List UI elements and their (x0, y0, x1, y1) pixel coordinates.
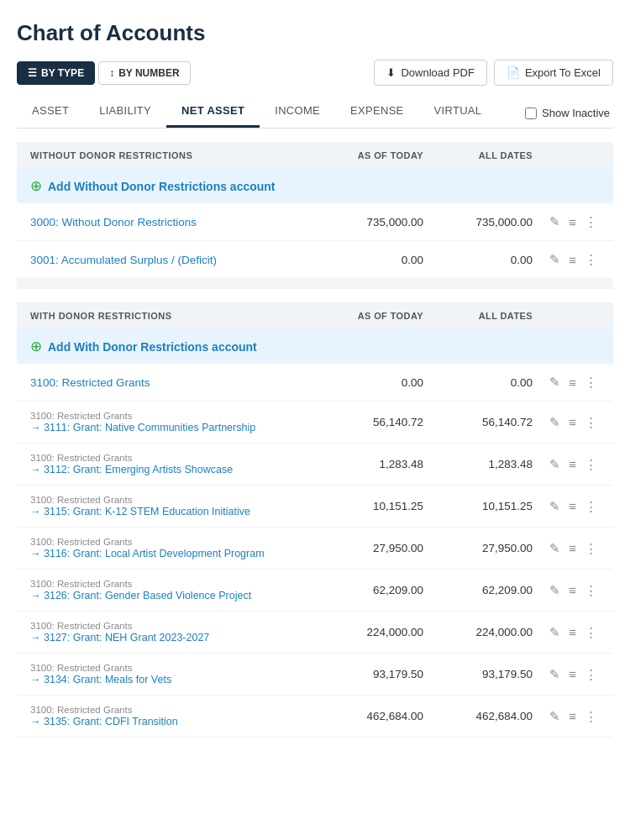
toolbar: ☰ BY TYPE ↕ BY NUMBER ⬇ Download PDF 📄 E… (17, 60, 613, 86)
add-with-donor-account-row[interactable]: ⊕ Add With Donor Restrictions account (17, 329, 613, 364)
sort-by-number-button[interactable]: ↕ BY NUMBER (98, 61, 190, 85)
account-3112-all-dates: 1,283.48 (423, 458, 533, 470)
account-name-3000[interactable]: 3000: Without Donor Restrictions (30, 216, 314, 228)
download-pdf-button[interactable]: ⬇ Download PDF (374, 60, 486, 86)
account-3116-edit-button[interactable]: ✎ (547, 539, 563, 558)
account-3127-list-button[interactable]: ≡ (566, 623, 579, 641)
account-name-3100[interactable]: 3100: Restricted Grants (30, 376, 314, 389)
account-name-3115[interactable]: 3100: Restricted Grants → 3115: Grant: K… (30, 495, 314, 517)
account-name-3126[interactable]: 3100: Restricted Grants → 3126: Grant: G… (30, 579, 314, 601)
tab-net-asset[interactable]: NET ASSET (166, 96, 260, 128)
pdf-icon: ⬇ (386, 66, 396, 79)
add-without-donor-account-row[interactable]: ⊕ Add Without Donor Restrictions account (17, 169, 613, 203)
account-3135-all-dates: 462,684.00 (423, 710, 533, 722)
account-name-3112[interactable]: 3100: Restricted Grants → 3112: Grant: E… (30, 453, 314, 475)
account-3127-actions: ✎ ≡ ⋮ (533, 623, 600, 642)
add-without-donor-account-label: Add Without Donor Restrictions account (48, 180, 276, 193)
account-3111-list-button[interactable]: ≡ (566, 413, 579, 431)
account-3112-list-button[interactable]: ≡ (566, 455, 579, 473)
account-name-3116[interactable]: 3100: Restricted Grants → 3116: Grant: L… (30, 537, 314, 559)
export-excel-button[interactable]: 📄 Export To Excel (494, 60, 613, 86)
section-divider (17, 279, 613, 289)
account-row-3111: 3100: Restricted Grants → 3111: Grant: N… (17, 402, 613, 444)
account-row-3116: 3100: Restricted Grants → 3116: Grant: L… (17, 528, 613, 570)
account-3000-edit-button[interactable]: ✎ (547, 213, 563, 231)
account-3112-more-button[interactable]: ⋮ (582, 455, 600, 474)
account-3111-edit-button[interactable]: ✎ (547, 413, 563, 432)
account-3116-more-button[interactable]: ⋮ (582, 539, 600, 558)
account-3135-list-button[interactable]: ≡ (566, 707, 579, 725)
tab-income[interactable]: INCOME (260, 96, 335, 128)
account-3100-as-of-today: 0.00 (314, 376, 423, 389)
account-row-3135: 3100: Restricted Grants → 3135: Grant: C… (17, 696, 613, 738)
account-3134-more-button[interactable]: ⋮ (582, 665, 600, 684)
col-all-dates-2: ALL DATES (423, 311, 533, 321)
account-3135-more-button[interactable]: ⋮ (582, 707, 600, 726)
tabs: ASSET LIABILITY NET ASSET INCOME EXPENSE… (17, 96, 496, 128)
section-with-donor: WITH DONOR RESTRICTIONS AS OF TODAY ALL … (17, 302, 613, 738)
account-3116-actions: ✎ ≡ ⋮ (533, 539, 600, 558)
account-3126-actions: ✎ ≡ ⋮ (533, 581, 600, 600)
account-name-3135[interactable]: 3100: Restricted Grants → 3135: Grant: C… (30, 705, 314, 727)
col-as-of-today-2: AS OF TODAY (314, 311, 423, 321)
account-3134-as-of-today: 93,179.50 (314, 668, 423, 680)
excel-icon: 📄 (507, 66, 520, 79)
account-3001-edit-button[interactable]: ✎ (547, 250, 563, 269)
account-3126-edit-button[interactable]: ✎ (547, 581, 563, 600)
account-3111-more-button[interactable]: ⋮ (582, 413, 600, 432)
show-inactive-label[interactable]: Show Inactive (525, 107, 613, 128)
account-name-3127[interactable]: 3100: Restricted Grants → 3127: Grant: N… (30, 621, 314, 643)
account-name-3111[interactable]: 3100: Restricted Grants → 3111: Grant: N… (30, 411, 314, 433)
tab-expense[interactable]: EXPENSE (335, 96, 419, 128)
account-3000-list-button[interactable]: ≡ (566, 213, 579, 231)
account-row-3001: 3001: Accumulated Surplus / (Deficit) 0.… (17, 241, 613, 279)
add-with-donor-icon: ⊕ (30, 338, 42, 355)
show-inactive-text: Show Inactive (542, 107, 610, 119)
account-row-3115: 3100: Restricted Grants → 3115: Grant: K… (17, 486, 613, 528)
sort-type-icon: ☰ (28, 67, 37, 79)
tabs-row: ASSET LIABILITY NET ASSET INCOME EXPENSE… (17, 96, 613, 129)
account-3100-list-button[interactable]: ≡ (566, 374, 579, 391)
col-all-dates-1: ALL DATES (423, 150, 533, 160)
account-3126-list-button[interactable]: ≡ (566, 581, 579, 599)
account-3001-more-button[interactable]: ⋮ (582, 250, 600, 269)
account-3100-all-dates: 0.00 (423, 376, 533, 389)
account-3115-list-button[interactable]: ≡ (566, 497, 579, 515)
show-inactive-checkbox[interactable] (525, 108, 537, 119)
sort-type-label: BY TYPE (41, 67, 84, 79)
account-3000-more-button[interactable]: ⋮ (582, 213, 600, 231)
section-without-donor: WITHOUT DONOR RESTRICTIONS AS OF TODAY A… (17, 142, 613, 279)
account-row-3134: 3100: Restricted Grants → 3134: Grant: M… (17, 654, 613, 696)
account-3112-actions: ✎ ≡ ⋮ (533, 455, 600, 474)
account-name-3001[interactable]: 3001: Accumulated Surplus / (Deficit) (30, 254, 314, 266)
account-3127-edit-button[interactable]: ✎ (547, 623, 563, 642)
account-3112-edit-button[interactable]: ✎ (547, 455, 563, 474)
account-3135-edit-button[interactable]: ✎ (547, 707, 563, 726)
account-name-3134[interactable]: 3100: Restricted Grants → 3134: Grant: M… (30, 663, 314, 685)
account-3112-as-of-today: 1,283.48 (314, 458, 423, 470)
account-3127-more-button[interactable]: ⋮ (582, 623, 600, 642)
account-3134-list-button[interactable]: ≡ (566, 665, 579, 683)
account-3115-all-dates: 10,151.25 (423, 500, 533, 512)
account-3000-as-of-today: 735,000.00 (314, 216, 423, 228)
account-row-3000: 3000: Without Donor Restrictions 735,000… (17, 203, 613, 241)
account-3001-list-button[interactable]: ≡ (566, 251, 579, 269)
tab-virtual[interactable]: VIRTUAL (419, 96, 497, 128)
account-3100-more-button[interactable]: ⋮ (582, 373, 600, 391)
account-3100-edit-button[interactable]: ✎ (547, 373, 563, 391)
sort-by-type-button[interactable]: ☰ BY TYPE (17, 61, 95, 85)
account-3100-actions: ✎ ≡ ⋮ (533, 373, 600, 391)
tab-asset[interactable]: ASSET (17, 96, 84, 128)
export-excel-label: Export To Excel (525, 66, 601, 79)
account-3126-all-dates: 62,209.00 (423, 584, 533, 596)
account-3134-edit-button[interactable]: ✎ (547, 665, 563, 684)
account-3000-all-dates: 735,000.00 (423, 216, 533, 228)
account-3115-edit-button[interactable]: ✎ (547, 497, 563, 516)
account-3116-as-of-today: 27,950.00 (314, 542, 423, 554)
tab-liability[interactable]: LIABILITY (84, 96, 166, 128)
account-3116-list-button[interactable]: ≡ (566, 539, 579, 557)
account-3116-all-dates: 27,950.00 (423, 542, 533, 554)
account-3126-more-button[interactable]: ⋮ (582, 581, 600, 600)
account-3134-all-dates: 93,179.50 (423, 668, 533, 680)
account-3115-more-button[interactable]: ⋮ (582, 497, 600, 516)
